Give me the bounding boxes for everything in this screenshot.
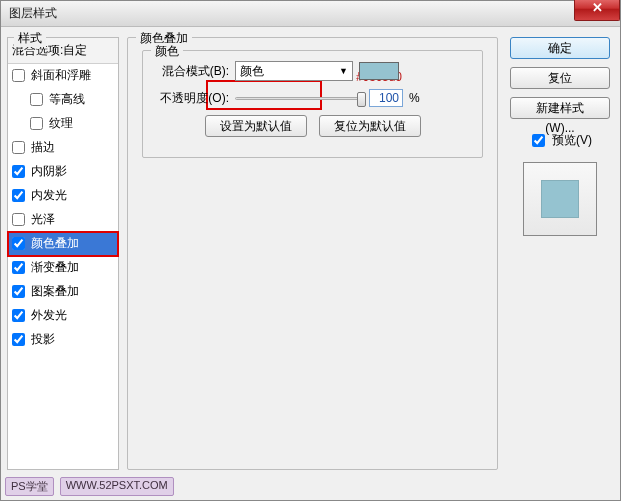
style-label: 内发光	[31, 187, 67, 204]
watermark-tag1: PS学堂	[5, 477, 54, 496]
blend-mode-row: 混合模式(B): 颜色 ▼	[153, 61, 472, 81]
style-satin-check[interactable]	[12, 213, 25, 226]
style-stroke-check[interactable]	[12, 141, 25, 154]
make-default-button[interactable]: 设置为默认值	[205, 115, 307, 137]
color-group-label: 颜色	[151, 43, 183, 60]
reset-default-button[interactable]: 复位为默认值	[319, 115, 421, 137]
style-texture-check[interactable]	[30, 117, 43, 130]
style-gradient-overlay-check[interactable]	[12, 261, 25, 274]
style-label: 投影	[31, 331, 55, 348]
opacity-input[interactable]: 100	[369, 89, 403, 107]
style-drop-shadow[interactable]: 投影	[8, 328, 118, 352]
preview-box	[523, 162, 597, 236]
style-outer-glow[interactable]: 外发光	[8, 304, 118, 328]
style-label: 外发光	[31, 307, 67, 324]
style-satin[interactable]: 光泽	[8, 208, 118, 232]
style-color-overlay[interactable]: 颜色叠加	[8, 232, 118, 256]
watermark-tag2: WWW.52PSXT.COM	[60, 477, 174, 496]
color-overlay-fieldset: 颜色叠加 #95c3d0 颜色 混合模式(B): 颜色 ▼ 不透明度(O	[127, 37, 498, 470]
style-stroke[interactable]: 描边	[8, 136, 118, 160]
new-style-button[interactable]: 新建样式(W)...	[510, 97, 610, 119]
style-inner-shadow-check[interactable]	[12, 165, 25, 178]
style-label: 纹理	[49, 115, 73, 132]
style-drop-shadow-check[interactable]	[12, 333, 25, 346]
style-label: 等高线	[49, 91, 85, 108]
window-title: 图层样式	[9, 5, 57, 22]
default-buttons-row: 设置为默认值 复位为默认值	[153, 115, 472, 137]
slider-thumb[interactable]	[357, 92, 366, 107]
style-label: 光泽	[31, 211, 55, 228]
style-pattern-overlay-check[interactable]	[12, 285, 25, 298]
opacity-unit: %	[409, 91, 420, 105]
style-bevel[interactable]: 斜面和浮雕	[8, 64, 118, 88]
style-gradient-overlay[interactable]: 渐变叠加	[8, 256, 118, 280]
watermark: PS学堂 WWW.52PSXT.COM	[5, 477, 174, 496]
close-icon: ✕	[592, 0, 603, 15]
preview-swatch	[541, 180, 579, 218]
style-contour[interactable]: 等高线	[8, 88, 118, 112]
style-color-overlay-check[interactable]	[12, 237, 25, 250]
opacity-row: 不透明度(O): 100 %	[153, 89, 472, 107]
ok-button[interactable]: 确定	[510, 37, 610, 59]
color-group: 颜色 混合模式(B): 颜色 ▼ 不透明度(O):	[142, 50, 483, 158]
style-label: 图案叠加	[31, 283, 79, 300]
style-label: 描边	[31, 139, 55, 156]
close-button[interactable]: ✕	[574, 0, 620, 21]
style-label: 颜色叠加	[31, 235, 79, 252]
opacity-label: 不透明度(O):	[153, 90, 229, 107]
blend-mode-label: 混合模式(B):	[153, 63, 229, 80]
content-area: 样式 混合选项:自定 斜面和浮雕 等高线 纹理 描边 内阴	[7, 31, 614, 470]
style-outer-glow-check[interactable]	[12, 309, 25, 322]
blend-mode-dropdown[interactable]: 颜色 ▼	[235, 61, 353, 81]
color-swatch[interactable]	[359, 62, 399, 80]
style-bevel-check[interactable]	[12, 69, 25, 82]
styles-panel: 样式 混合选项:自定 斜面和浮雕 等高线 纹理 描边 内阴	[7, 37, 119, 470]
style-contour-check[interactable]	[30, 93, 43, 106]
settings-area: 颜色叠加 #95c3d0 颜色 混合模式(B): 颜色 ▼ 不透明度(O	[127, 37, 498, 470]
titlebar[interactable]: 图层样式 ✕	[1, 1, 620, 27]
layer-style-dialog: 图层样式 ✕ 样式 混合选项:自定 斜面和浮雕 等高线 纹理	[0, 0, 621, 501]
right-column: 确定 复位 新建样式(W)... 预览(V)	[506, 37, 614, 470]
opacity-slider[interactable]	[235, 97, 363, 100]
style-pattern-overlay[interactable]: 图案叠加	[8, 280, 118, 304]
blend-mode-value: 颜色	[240, 63, 264, 80]
cancel-button[interactable]: 复位	[510, 67, 610, 89]
style-texture[interactable]: 纹理	[8, 112, 118, 136]
preview-checkbox[interactable]	[532, 134, 545, 147]
style-label: 斜面和浮雕	[31, 67, 91, 84]
style-label: 内阴影	[31, 163, 67, 180]
preview-toggle-row: 预览(V)	[528, 131, 592, 150]
preview-label: 预览(V)	[552, 132, 592, 149]
style-inner-shadow[interactable]: 内阴影	[8, 160, 118, 184]
style-inner-glow[interactable]: 内发光	[8, 184, 118, 208]
style-label: 渐变叠加	[31, 259, 79, 276]
styles-panel-label: 样式	[14, 30, 46, 47]
chevron-down-icon: ▼	[339, 66, 348, 76]
style-inner-glow-check[interactable]	[12, 189, 25, 202]
